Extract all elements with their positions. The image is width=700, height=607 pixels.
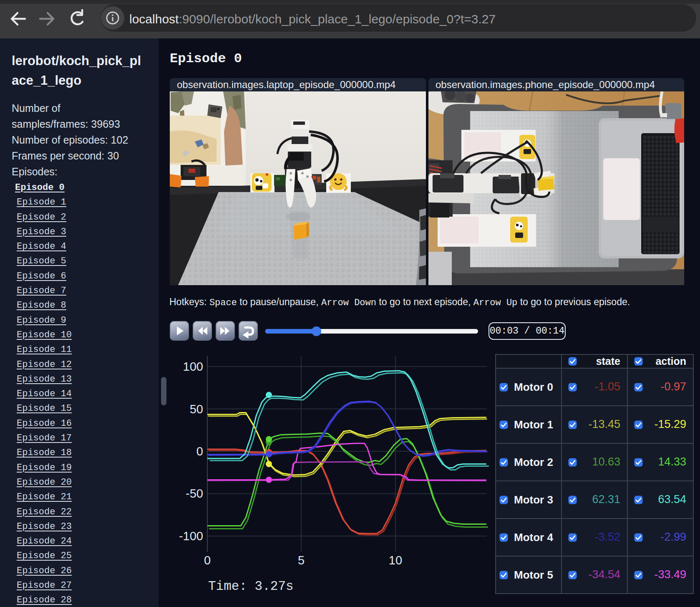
svg-text:-100: -100 <box>179 529 203 543</box>
svg-text:5: 5 <box>298 554 305 567</box>
svg-text:100: 100 <box>183 360 203 373</box>
svg-text:-50: -50 <box>186 487 203 500</box>
svg-text:50: 50 <box>190 402 203 416</box>
svg-text:0: 0 <box>196 445 203 458</box>
svg-text:0: 0 <box>204 554 211 567</box>
svg-text:10: 10 <box>389 554 402 567</box>
